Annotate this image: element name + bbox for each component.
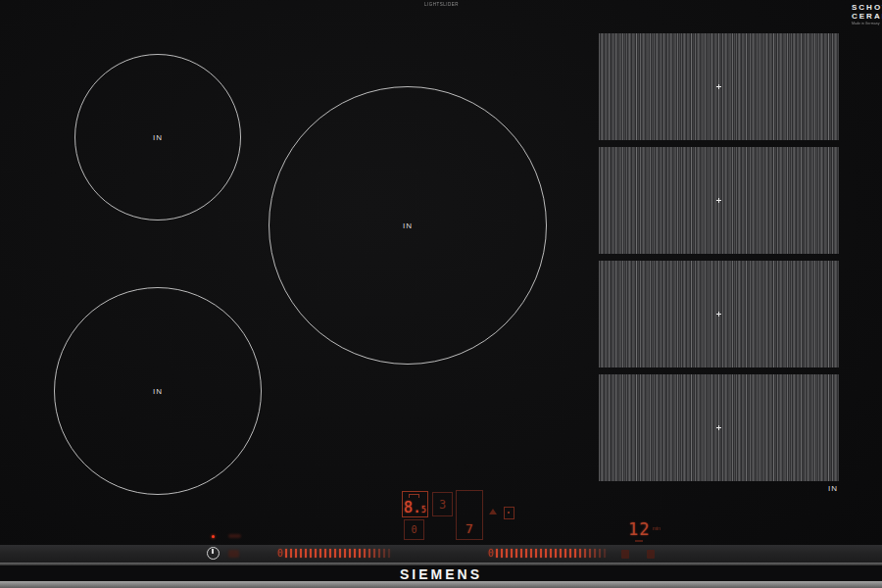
power-standby-icon[interactable] xyxy=(207,547,220,560)
timer-key-icon[interactable] xyxy=(621,550,629,559)
zone-c-power-value: 0 xyxy=(411,524,416,535)
siemens-logo: SIEMENS xyxy=(0,566,882,582)
zone-center-marker-icon xyxy=(716,425,721,430)
zone-c-power-display[interactable]: 0 xyxy=(404,519,424,540)
glass-print-label: LIGHTSLIDER xyxy=(424,2,459,7)
cooking-zone-circle-small: IN xyxy=(74,54,241,220)
zone-a-power-display[interactable]: 8. 5 xyxy=(402,491,428,517)
flex-segment xyxy=(599,261,839,368)
counter-edge xyxy=(0,581,882,588)
bridge-icon xyxy=(409,494,419,498)
zone-b-power-value: 3 xyxy=(439,498,446,512)
zone-b-power-display[interactable]: 3 xyxy=(432,492,453,516)
child-lock-key-icon[interactable] xyxy=(228,550,239,558)
flex-segment xyxy=(599,374,839,481)
power-on-indicator-led xyxy=(212,535,215,538)
indicator-reflection xyxy=(228,534,241,538)
zone-center-marker-icon xyxy=(716,84,721,89)
front-panel: SIEMENS xyxy=(0,565,882,581)
cooktop-surface: LIGHTSLIDER SCHOTT CERAN Made in Germany… xyxy=(0,0,882,588)
timer-indicator xyxy=(635,540,643,542)
schott-logo-line2: CERAN xyxy=(852,12,882,21)
zone-d-power-value: 7 xyxy=(466,521,473,536)
flex-induction-zone xyxy=(599,33,839,481)
slider-zero-label: 0 xyxy=(488,548,494,559)
zone-center-marker-icon xyxy=(716,312,721,317)
pan-detect-icon[interactable] xyxy=(504,507,514,519)
right-power-slider[interactable]: 0 xyxy=(488,547,609,560)
left-power-slider[interactable]: 0 xyxy=(277,547,393,560)
glass-surface: LIGHTSLIDER SCHOTT CERAN Made in Germany… xyxy=(0,0,882,545)
timer-key-icon[interactable] xyxy=(647,550,655,559)
timer-unit-label: min xyxy=(653,526,661,532)
move-up-arrow-icon[interactable] xyxy=(489,509,497,514)
cooking-zone-circle-large: IN xyxy=(269,86,547,365)
schott-logo-line1: SCHOTT xyxy=(852,3,882,12)
timer-display[interactable]: 12 xyxy=(628,519,650,539)
zone-a-power-value: 8. xyxy=(404,502,421,514)
zone-center-marker-icon xyxy=(716,198,721,203)
schott-logo-subtext: Made in Germany xyxy=(852,22,880,25)
zone-d-power-display[interactable]: 7 xyxy=(456,490,483,540)
control-panel: 0 0 xyxy=(0,545,882,564)
induction-label: IN xyxy=(403,221,413,230)
flex-zone-induction-label: IN xyxy=(828,484,838,493)
flex-segment xyxy=(599,33,839,140)
flex-segment xyxy=(599,147,839,254)
induction-label: IN xyxy=(153,133,163,142)
cooking-zone-circle-medium: IN xyxy=(54,287,262,495)
induction-label: IN xyxy=(153,387,163,396)
schott-ceran-logo: SCHOTT CERAN Made in Germany xyxy=(852,3,882,30)
slider-zero-label: 0 xyxy=(277,548,283,559)
zone-a-power-halfstep: 5 xyxy=(421,507,426,514)
